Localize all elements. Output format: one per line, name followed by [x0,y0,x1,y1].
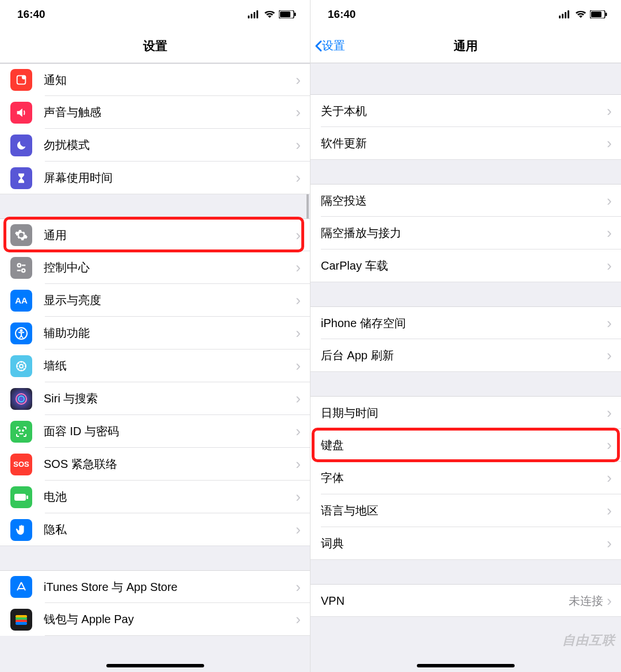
chevron-right-icon: › [607,436,612,454]
chevron-right-icon: › [296,578,301,596]
svg-point-18 [18,396,24,402]
sound-icon [10,102,32,124]
svg-rect-26 [16,622,27,625]
row-battery[interactable]: 电池 › [0,481,310,513]
chevron-right-icon: › [607,502,612,520]
svg-rect-21 [14,494,26,501]
row-faceid[interactable]: 面容 ID 与密码 › [0,415,310,448]
row-label: 屏幕使用时间 [44,170,296,186]
row-label: 钱包与 Apple Pay [44,612,296,627]
chevron-right-icon: › [296,423,301,440]
svg-rect-6 [294,13,296,16]
status-bar: 16:40 [0,0,310,29]
chevron-right-icon: › [607,135,612,152]
svg-rect-28 [562,14,564,18]
settings-list[interactable]: 通知 › 声音与触感 › 勿扰模式 › 屏幕使用时间 › 通用 › [0,63,310,672]
svg-rect-1 [251,14,252,18]
row-about[interactable]: 关于本机› [310,94,621,127]
notify-icon [10,69,32,91]
row-dictionary[interactable]: 词典› [310,527,621,560]
row-storage[interactable]: iPhone 储存空间› [310,306,621,339]
row-label: 勿扰模式 [44,137,296,153]
section-gap [310,282,621,306]
row-notifications[interactable]: 通知 › [0,63,310,96]
chevron-right-icon: › [607,192,612,210]
row-general[interactable]: 通用 › [0,218,310,251]
row-airdrop[interactable]: 隔空投送› [310,184,621,217]
svg-rect-32 [591,11,601,17]
row-sounds[interactable]: 声音与触感 › [0,96,310,129]
svg-point-17 [16,394,26,404]
status-icons [559,10,607,18]
chevron-right-icon: › [607,592,612,610]
svg-rect-5 [280,11,290,17]
row-dnd[interactable]: 勿扰模式 › [0,129,310,162]
row-label: VPN [321,594,569,608]
row-bg-refresh[interactable]: 后台 App 刷新› [310,339,621,372]
row-label: 键盘 [321,437,607,453]
row-carplay[interactable]: CarPlay 车载› [310,249,621,282]
row-label: 电池 [44,489,296,505]
row-control-center[interactable]: 控制中心 › [0,251,310,284]
row-sos[interactable]: SOS SOS 紧急联络 › [0,448,310,481]
general-list[interactable]: 关于本机› 软件更新› 隔空投送› 隔空播放与接力› CarPlay 车载› i… [310,63,621,672]
svg-rect-2 [254,12,255,18]
battery-icon [590,10,607,18]
row-accessibility[interactable]: 辅助功能 › [0,317,310,350]
chevron-right-icon: › [296,259,301,277]
section-gap [310,372,621,396]
section-gap [310,160,621,184]
switches-icon [10,257,32,279]
row-keyboard[interactable]: 键盘› [310,429,621,462]
row-label: 隔空播放与接力 [321,225,607,241]
status-time: 16:40 [17,8,45,21]
row-itunes[interactable]: iTunes Store 与 App Store › [0,570,310,603]
wifi-icon [264,10,275,18]
back-button[interactable]: 设置 [314,38,345,53]
row-label: Siri 与搜索 [44,391,296,406]
svg-rect-22 [26,496,28,499]
svg-rect-0 [248,16,250,18]
row-label: iPhone 储存空间 [321,316,607,331]
section-gap [0,194,310,218]
svg-point-20 [22,430,24,431]
row-label: iTunes Store 与 App Store [44,579,296,595]
svg-point-14 [21,329,22,331]
wifi-icon [575,10,586,18]
row-privacy[interactable]: 隐私 › [0,513,310,546]
row-airplay[interactable]: 隔空播放与接力› [310,217,621,249]
chevron-right-icon: › [296,324,301,342]
battery-icon [279,10,296,18]
chevron-right-icon: › [607,404,612,422]
row-screentime[interactable]: 屏幕使用时间 › [0,162,310,194]
row-label: 控制中心 [44,260,296,275]
settings-screen: 16:40 设置 通知 › 声音与触感 › 勿扰模式 › 屏幕使用时间 [0,0,310,672]
row-label: 后台 App 刷新 [321,348,607,363]
row-fonts[interactable]: 字体› [310,462,621,494]
chevron-right-icon: › [296,136,301,154]
nav-bar: 设置 [0,29,310,63]
chevron-right-icon: › [296,357,301,375]
gear-icon [10,224,32,246]
row-display[interactable]: AA 显示与亮度 › [0,284,310,317]
row-language-region[interactable]: 语言与地区› [310,494,621,527]
row-label: 显示与亮度 [44,293,296,308]
row-date-time[interactable]: 日期与时间› [310,396,621,429]
row-wallet[interactable]: 钱包与 Apple Pay › [0,603,310,636]
row-label: 日期与时间 [321,405,607,421]
siri-icon [10,388,32,410]
row-vpn[interactable]: VPN未连接› [310,584,621,617]
home-indicator[interactable] [106,664,204,667]
svg-rect-30 [568,10,569,18]
svg-point-11 [22,268,25,272]
row-siri[interactable]: Siri 与搜索 › [0,382,310,415]
svg-point-15 [20,364,23,368]
wallpaper-icon [10,355,32,377]
svg-point-9 [18,263,21,267]
row-label: 隐私 [44,522,296,537]
row-wallpaper[interactable]: 墙纸 › [0,350,310,382]
row-label: 墙纸 [44,358,296,374]
row-value: 未连接 [569,593,603,609]
home-indicator[interactable] [417,664,515,667]
row-software-update[interactable]: 软件更新› [310,127,621,160]
